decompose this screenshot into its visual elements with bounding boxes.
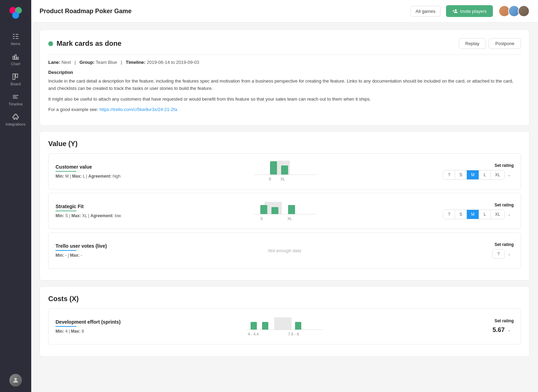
not-enough-data-text: Not enough data bbox=[268, 248, 301, 253]
card-divider bbox=[48, 54, 521, 55]
rating-btn-l-strategic[interactable]: L bbox=[479, 210, 491, 219]
header: Product Roadmap Poker Game All games Inv… bbox=[31, 0, 538, 23]
sidebar-item-board[interactable]: Board bbox=[0, 69, 31, 90]
rating-btn-question[interactable]: ? bbox=[443, 170, 455, 179]
person-add-icon bbox=[452, 8, 458, 14]
strategic-fit-chart: S XL bbox=[132, 199, 437, 223]
sidebar-item-integrations-label: Integrations bbox=[6, 122, 25, 126]
customer-value-controls: Set rating ? S M L XL ⌄ bbox=[437, 163, 514, 180]
group-label: Group: bbox=[79, 60, 94, 65]
strategic-fit-info: Strategic Fit Min: S | Max: XL | Agreeme… bbox=[56, 204, 132, 218]
app-logo bbox=[8, 6, 23, 21]
card-actions: Replay Postpone bbox=[459, 38, 521, 49]
dev-chart-label-low: 4 - 4.4 bbox=[248, 332, 259, 336]
dev-effort-underline bbox=[56, 326, 76, 327]
dev-effort-name: Development effort (sprints) bbox=[56, 319, 132, 325]
svg-point-18 bbox=[15, 378, 17, 380]
strategic-fit-name: Strategic Fit bbox=[56, 204, 132, 209]
trello-votes-name: Trello user votes (live) bbox=[56, 243, 132, 249]
trello-votes-stats: Min: - | Max: - bbox=[56, 253, 132, 258]
trello-votes-underline bbox=[56, 250, 76, 251]
customer-value-name: Customer value bbox=[56, 164, 132, 170]
lane-label: Lane: bbox=[48, 60, 60, 65]
rating-btn-xl-strategic[interactable]: XL bbox=[491, 210, 504, 219]
rating-buttons-trello: ? bbox=[492, 249, 505, 259]
description-p1: Include in the card detail a description… bbox=[48, 78, 521, 92]
rating-chevron-customer[interactable]: ⌄ bbox=[505, 170, 514, 179]
description-link[interactable]: https://trello.com/c/5kw9ur3x/24-21-2fa bbox=[99, 107, 177, 112]
costs-section: Costs (X) Development effort (sprints) M… bbox=[40, 286, 530, 357]
sidebar-item-items[interactable]: Items bbox=[0, 29, 31, 49]
sidebar-item-chart[interactable]: Chart bbox=[0, 49, 31, 69]
dev-effort-controls: Set rating 5.67 ⌄ bbox=[437, 318, 514, 334]
card-title: Mark cards as done bbox=[57, 40, 121, 48]
rating-buttons-customer: ? S M L XL bbox=[443, 170, 505, 180]
status-dot bbox=[48, 41, 53, 46]
replay-button[interactable]: Replay bbox=[459, 38, 486, 49]
description-p3-prefix: For a good example see: bbox=[48, 107, 99, 112]
card-title-area: Mark cards as done bbox=[48, 40, 121, 48]
sidebar-item-integrations[interactable]: Integrations bbox=[0, 110, 31, 130]
sidebar-item-timeline[interactable]: Timeline bbox=[0, 90, 31, 110]
value-section-title: Value (Y) bbox=[48, 140, 521, 148]
strategic-fit-underline bbox=[56, 211, 76, 211]
rating-chevron-trello[interactable]: ⌄ bbox=[505, 249, 514, 258]
sidebar-item-timeline-label: Timeline bbox=[8, 102, 23, 106]
all-games-button[interactable]: All games bbox=[410, 6, 440, 17]
rating-btn-l[interactable]: L bbox=[479, 170, 491, 179]
main-content: Product Roadmap Poker Game All games Inv… bbox=[31, 0, 538, 392]
strategic-chart-label-s: S bbox=[260, 216, 263, 221]
card-header: Mark cards as done Replay Postpone bbox=[48, 38, 521, 49]
set-rating-label-trello: Set rating bbox=[495, 242, 514, 247]
trello-votes-controls: Set rating ? ⌄ bbox=[437, 242, 514, 259]
rating-btn-m-strategic[interactable]: M bbox=[467, 210, 479, 219]
rating-btn-q-trello[interactable]: ? bbox=[493, 249, 504, 258]
svg-rect-14 bbox=[16, 74, 18, 77]
lane-value: Next bbox=[61, 60, 71, 65]
main-card: Mark cards as done Replay Postpone Lane:… bbox=[40, 29, 530, 126]
rating-buttons-strategic: ? S M L XL bbox=[443, 210, 505, 219]
sidebar-item-chart-label: Chart bbox=[11, 62, 20, 66]
customer-value-info: Customer value Min: M | Max: L | Agreeme… bbox=[56, 164, 132, 179]
svg-rect-10 bbox=[15, 55, 16, 59]
rating-btn-m[interactable]: M bbox=[467, 170, 479, 179]
costs-section-title: Costs (X) bbox=[48, 295, 521, 303]
dev-effort-value: 5.67 bbox=[493, 326, 505, 334]
dev-effort-stats: Min: 4 | Max: 8 bbox=[56, 329, 132, 334]
chart-label-s: S bbox=[269, 177, 271, 181]
sidebar-item-board-label: Board bbox=[10, 82, 20, 86]
set-rating-label: Set rating bbox=[495, 163, 514, 168]
rating-chevron-dev[interactable]: ⌄ bbox=[505, 325, 514, 334]
dev-effort-row: Development effort (sprints) Min: 4 | Ma… bbox=[48, 308, 521, 344]
description-p2: It might also be useful to attach any cu… bbox=[48, 96, 521, 103]
customer-value-row: Customer value Min: M | Max: L | Agreeme… bbox=[48, 153, 521, 189]
strategic-chart-label-xl: XL bbox=[287, 216, 292, 221]
rating-chevron-strategic[interactable]: ⌄ bbox=[505, 210, 514, 219]
user-avatar[interactable] bbox=[9, 374, 22, 386]
svg-rect-9 bbox=[13, 56, 14, 59]
sidebar: Items Chart Board Timeline Integrations bbox=[0, 0, 31, 392]
strategic-fit-controls: Set rating ? S M L XL ⌄ bbox=[437, 203, 514, 219]
postpone-button[interactable]: Postpone bbox=[489, 38, 521, 49]
trello-votes-row: Trello user votes (live) Min: - | Max: -… bbox=[48, 232, 521, 269]
timeline-value: 2019-06-14 to 2019-09-03 bbox=[147, 60, 199, 65]
strategic-fit-stats: Min: S | Max: XL | Agreement: low bbox=[56, 213, 132, 218]
user-avatar-area bbox=[9, 374, 22, 386]
svg-rect-13 bbox=[13, 74, 15, 79]
rating-btn-s-strategic[interactable]: S bbox=[455, 210, 467, 219]
rating-btn-q-strategic[interactable]: ? bbox=[443, 210, 455, 219]
rating-btn-xl[interactable]: XL bbox=[491, 170, 504, 179]
strategic-fit-row: Strategic Fit Min: S | Max: XL | Agreeme… bbox=[48, 193, 521, 229]
svg-point-2 bbox=[12, 12, 19, 19]
customer-value-stats: Min: M | Max: L | Agreement: high bbox=[56, 174, 132, 179]
dev-chart-label-high: 7.6 - 8 bbox=[288, 332, 299, 336]
rating-btn-s[interactable]: S bbox=[455, 170, 467, 179]
invite-players-button[interactable]: Invite players bbox=[446, 5, 493, 17]
participant-avatars bbox=[498, 5, 530, 17]
description-title: Description bbox=[48, 70, 521, 75]
dev-effort-chart: 4 - 4.4 7.6 - 8 bbox=[132, 314, 437, 339]
customer-value-chart: S XL bbox=[132, 159, 437, 184]
set-rating-label-strategic: Set rating bbox=[495, 203, 514, 207]
trello-votes-info: Trello user votes (live) Min: - | Max: - bbox=[56, 243, 132, 258]
description-p3: For a good example see: https://trello.c… bbox=[48, 106, 521, 113]
